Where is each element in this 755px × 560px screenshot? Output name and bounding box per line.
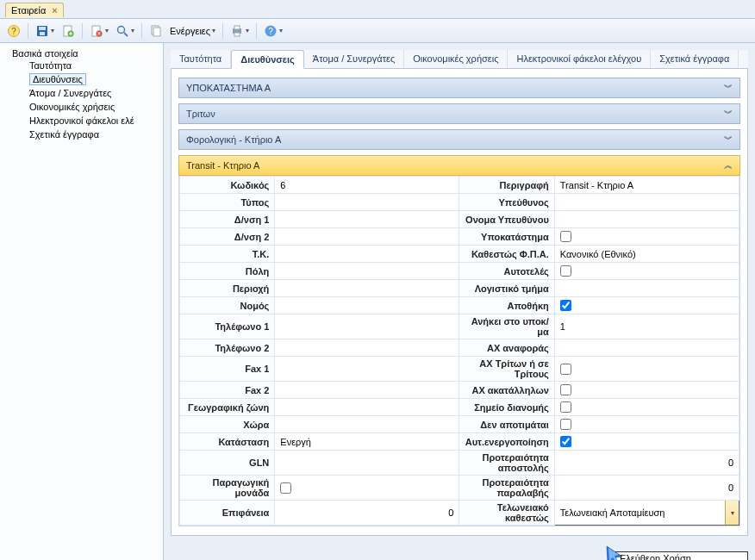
table-row: Τηλέφωνο 1Ανήκει στο υποκ/μα1 <box>180 314 739 339</box>
field-value[interactable] <box>275 382 459 399</box>
field-value[interactable] <box>275 357 459 382</box>
checkbox[interactable] <box>560 364 571 375</box>
field-value[interactable] <box>275 263 459 280</box>
content-tab[interactable]: Οικονομικές χρήσεις <box>404 50 508 68</box>
copy-button[interactable] <box>147 23 165 39</box>
field-value[interactable] <box>554 297 739 314</box>
save-button[interactable]: ▾ <box>34 23 56 39</box>
customs-status-dropdown-list[interactable]: Ελεύθερη ΧρήσηΦορολογική ΑποθήκηΤελωνεια… <box>615 551 748 560</box>
field-label: ΑΧ ακατάλληλων <box>459 382 554 399</box>
field-value[interactable] <box>554 280 739 297</box>
window-tab-title: Εταιρεία <box>11 5 46 16</box>
field-value[interactable] <box>554 399 739 416</box>
field-value[interactable]: 6 <box>275 177 459 194</box>
field-value[interactable] <box>275 314 459 339</box>
field-label: Προτεραιότητα παραλαβής <box>459 476 554 501</box>
window-tab[interactable]: Εταιρεία × <box>5 3 64 17</box>
field-value[interactable]: Κανονικό (Εθνικό) <box>554 246 739 263</box>
field-value[interactable] <box>554 339 739 357</box>
field-label: Νομός <box>180 297 275 314</box>
table-row: ΚατάστασηΕνεργήΑυτ.ενεργοποίηση <box>180 433 739 451</box>
checkbox[interactable] <box>560 300 571 311</box>
sidebar-item-label: Ηλεκτρονικοί φάκελοι ελέ <box>29 115 134 126</box>
delete-button[interactable]: ▾ <box>88 23 110 39</box>
field-value[interactable]: Ενεργή <box>275 433 459 451</box>
field-value[interactable] <box>275 246 459 263</box>
sidebar-item[interactable]: Ταυτότητα <box>26 59 159 72</box>
sidebar-item[interactable]: Διευθύνσεις <box>26 72 159 86</box>
dropdown-option[interactable]: Ελεύθερη Χρήση <box>616 552 747 560</box>
field-label: Αυτ.ενεργοποίηση <box>459 433 554 451</box>
help-icon[interactable]: ? <box>5 23 22 39</box>
field-value[interactable]: 1 <box>554 314 739 339</box>
field-value[interactable] <box>554 263 739 280</box>
field-value[interactable]: 0 <box>554 476 739 501</box>
sidebar-item[interactable]: Άτομα / Συνεργάτες <box>26 86 159 100</box>
new-button[interactable] <box>59 23 77 39</box>
checkbox[interactable] <box>560 384 571 395</box>
table-row: Κωδικός6ΠεριγραφήTransit - Κτηριο Α <box>180 177 739 194</box>
actions-menu[interactable]: Ενέργειες ▾ <box>168 25 217 37</box>
field-label: Δεν αποτιμάται <box>459 416 554 433</box>
field-value[interactable] <box>275 451 459 476</box>
dropdown-toggle-icon[interactable]: ▾ <box>725 501 739 525</box>
table-row: Παραγωγική μονάδαΠροτεραιότητα παραλαβής… <box>180 476 739 501</box>
accordion-section-header[interactable]: Τριτων︾ <box>178 103 740 124</box>
accordion-section-header[interactable]: Transit - Κτηριο Α︽ <box>178 155 740 176</box>
field-label: Ονομα Υπευθύνου <box>459 211 554 228</box>
field-value[interactable] <box>554 433 739 451</box>
checkbox[interactable] <box>560 436 571 447</box>
field-value[interactable] <box>554 228 739 246</box>
field-value[interactable] <box>275 476 459 501</box>
field-value[interactable] <box>275 211 459 228</box>
sidebar-root[interactable]: Βασικά στοιχεία ΤαυτότηταΔιευθύνσειςΆτομ… <box>9 47 163 143</box>
table-row: ΠόληΑυτοτελές <box>180 263 739 280</box>
checkbox[interactable] <box>280 482 291 494</box>
table-row: Δ/νση 2Υποκατάστημα <box>180 228 739 246</box>
field-value[interactable]: 0 <box>554 451 739 476</box>
svg-rect-14 <box>234 26 240 29</box>
svg-rect-15 <box>234 33 240 36</box>
checkbox[interactable] <box>560 231 571 242</box>
content-tab[interactable]: Ταυτότητα <box>171 50 231 68</box>
field-value[interactable] <box>275 339 459 357</box>
customs-status-select[interactable]: Τελωνειακή Αποταμίευση▾ <box>554 501 739 526</box>
field-value[interactable] <box>554 382 739 399</box>
accordion-section-header[interactable]: ΥΠΟΚΑΤΑΣΤΗΜΑ Α︾ <box>178 78 740 98</box>
field-value[interactable] <box>554 357 739 382</box>
table-row: Γεωγραφική ζώνηΣημείο διανομής <box>180 399 739 416</box>
content-tab[interactable]: Διευθύνσεις <box>231 50 304 69</box>
field-value[interactable] <box>554 416 739 433</box>
info-button[interactable]: ? ▾ <box>262 23 284 39</box>
field-value[interactable] <box>275 416 459 433</box>
search-icon[interactable]: ▾ <box>114 23 136 39</box>
sidebar-item[interactable]: Οικονομικές χρήσεις <box>26 100 159 114</box>
checkbox[interactable] <box>560 401 571 413</box>
field-label: Τηλέφωνο 2 <box>180 339 275 357</box>
field-value[interactable] <box>275 280 459 297</box>
sidebar-item[interactable]: Ηλεκτρονικοί φάκελοι ελέ <box>26 114 159 128</box>
svg-point-9 <box>118 26 125 33</box>
chevron-down-icon: ▾ <box>51 27 54 34</box>
field-value[interactable] <box>275 399 459 416</box>
field-value[interactable] <box>554 194 739 211</box>
content-tab[interactable]: Σχετικά έγγραφα <box>651 50 739 68</box>
sidebar-item-label: Άτομα / Συνεργάτες <box>29 88 111 98</box>
field-value[interactable] <box>275 297 459 314</box>
accordion-title: Transit - Κτηριο Α <box>186 160 259 171</box>
accordion-title: Τριτων <box>186 109 215 119</box>
field-value[interactable] <box>275 194 459 211</box>
content-tab[interactable]: Ηλεκτρονικοί φάκελοι ελέγχου <box>508 50 651 68</box>
sidebar-item[interactable]: Σχετικά έγγραφα <box>26 128 159 141</box>
checkbox[interactable] <box>560 419 571 430</box>
print-button[interactable]: ▾ <box>228 23 251 39</box>
chevron-down-icon: ︾ <box>724 82 733 94</box>
accordion-section-header[interactable]: Φορολογική - Κτήριο Α︾ <box>178 129 740 150</box>
checkbox[interactable] <box>560 265 571 277</box>
field-value[interactable] <box>554 211 739 228</box>
content-tab[interactable]: Άτομα / Συνεργάτες <box>304 50 404 68</box>
close-icon[interactable]: × <box>52 5 57 16</box>
field-value[interactable]: Transit - Κτηριο Α <box>554 177 739 194</box>
field-value[interactable]: 0 <box>275 501 459 526</box>
field-value[interactable] <box>275 228 459 246</box>
